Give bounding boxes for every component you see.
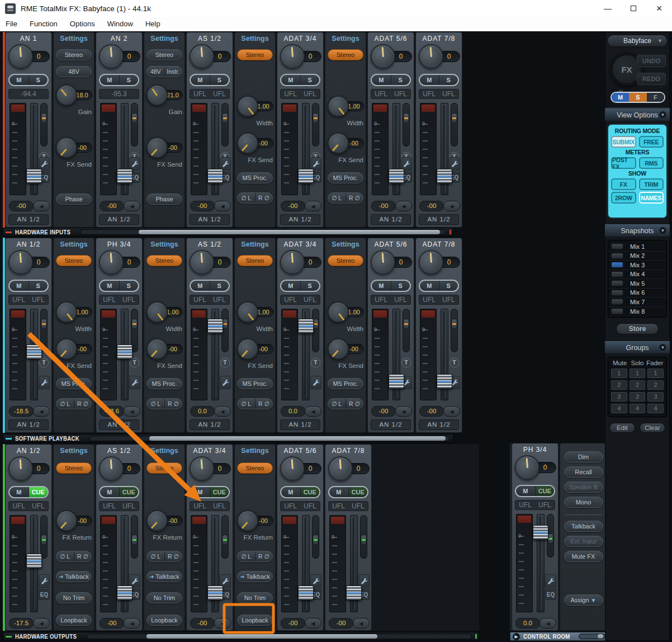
menu-item-help[interactable]: Help — [145, 20, 160, 28]
collapse-button[interactable]: ◀ — [540, 618, 556, 629]
48v-button[interactable]: 48V — [147, 67, 165, 77]
l-button[interactable]: ∅ L — [328, 399, 346, 409]
fx-send-knob[interactable] — [146, 338, 168, 360]
trim-button[interactable]: T — [449, 358, 459, 367]
volume-knob[interactable] — [8, 44, 33, 69]
pan-slider[interactable] — [40, 103, 48, 147]
redo-button[interactable]: REDO — [637, 73, 666, 85]
ms-proc-button[interactable]: MS Proc. — [237, 172, 273, 183]
collapse-button[interactable]: ◀ — [214, 201, 231, 211]
cue-button[interactable]: CUE — [210, 487, 229, 497]
volume-knob[interactable] — [419, 250, 443, 275]
trim-button[interactable]: T — [130, 358, 139, 367]
row-scrollbar-thumb[interactable] — [146, 634, 377, 639]
post-fx-toggle[interactable]: POST FX — [611, 157, 636, 169]
maximize-button[interactable] — [621, 0, 646, 17]
fx-send-knob[interactable] — [237, 338, 258, 360]
group-mute-2[interactable]: 2 — [611, 380, 627, 390]
fader-handle[interactable] — [26, 169, 42, 183]
snapshot-row[interactable]: Mix 1 — [608, 242, 666, 252]
snapshot-indicator[interactable] — [611, 308, 623, 314]
volume-knob[interactable] — [190, 456, 214, 481]
stereo-button[interactable]: Stereo — [237, 49, 273, 60]
pan-handle[interactable] — [41, 113, 47, 123]
no-trim-button[interactable]: No Trim — [56, 592, 92, 603]
2row-toggle[interactable]: 2ROW — [611, 192, 636, 204]
collapse-button[interactable]: ◀ — [305, 201, 321, 211]
fader-handle[interactable] — [533, 525, 548, 540]
r-button[interactable]: R ∅ — [74, 551, 92, 561]
group-solo-2[interactable]: 2 — [630, 380, 646, 390]
volume-knob[interactable] — [328, 456, 353, 481]
snapshot-indicator[interactable] — [611, 299, 623, 305]
width-knob[interactable] — [56, 301, 77, 323]
global-s-button[interactable]: S — [629, 93, 646, 102]
mute-button[interactable]: M — [329, 487, 349, 497]
stereo-button[interactable]: Stereo — [146, 462, 182, 474]
fx-send-knob[interactable] — [146, 137, 168, 158]
fx-return-knob[interactable] — [146, 510, 168, 531]
width-knob[interactable] — [237, 96, 258, 117]
width-knob[interactable] — [328, 301, 349, 323]
fx-send-knob[interactable] — [328, 133, 349, 154]
volume-knob[interactable] — [8, 250, 33, 275]
width-knob[interactable] — [146, 301, 168, 323]
rms-toggle[interactable]: RMS — [639, 157, 664, 169]
r-button[interactable]: R ∅ — [255, 399, 273, 409]
fx-send-knob[interactable] — [328, 338, 349, 360]
trim-button[interactable]: T — [39, 358, 49, 367]
names-toggle[interactable]: NAMES — [639, 192, 664, 204]
mute-button[interactable]: M — [100, 487, 120, 497]
trim-button[interactable]: T — [401, 358, 411, 367]
group-solo-1[interactable]: 1 — [630, 369, 646, 378]
ms-proc-button[interactable]: MS Proc. — [328, 378, 363, 389]
l-button[interactable]: ∅ L — [147, 551, 165, 561]
r-button[interactable]: R ∅ — [346, 193, 363, 203]
talkback-button[interactable]: Talkback — [564, 521, 603, 532]
menu-item-file[interactable]: File — [6, 20, 17, 28]
ms-proc-button[interactable]: MS Proc. — [146, 378, 182, 389]
trim-button[interactable]: T — [220, 358, 230, 367]
collapse-button[interactable]: ◀ — [443, 201, 460, 211]
menu-item-window[interactable]: Window — [107, 20, 133, 28]
eq-indicator[interactable]: EQ — [545, 589, 556, 600]
pan-handle[interactable] — [222, 113, 228, 123]
pan-handle[interactable] — [131, 319, 138, 329]
settings-wrench-button[interactable] — [39, 574, 50, 588]
pan-handle[interactable] — [41, 319, 47, 329]
fader-handle[interactable] — [389, 169, 404, 183]
snapshot-row[interactable]: Mix 6 — [608, 289, 666, 298]
l-button[interactable]: ∅ L — [328, 193, 346, 203]
loopback-button[interactable]: Loopback — [56, 615, 92, 626]
fx-send-knob[interactable] — [237, 133, 258, 154]
solo-button[interactable]: S — [210, 75, 229, 85]
mute-button[interactable]: M — [10, 75, 29, 85]
collapse-button[interactable]: ◀ — [124, 618, 140, 629]
solo-button[interactable]: S — [439, 281, 458, 291]
solo-button[interactable]: S — [210, 281, 229, 291]
r-button[interactable]: R ∅ — [165, 551, 182, 561]
menu-item-function[interactable]: Function — [30, 20, 58, 28]
pan-slider[interactable] — [221, 103, 229, 147]
pan-slider[interactable] — [131, 515, 138, 559]
solo-button[interactable]: S — [439, 75, 458, 85]
volume-knob[interactable] — [190, 250, 214, 275]
collapse-button[interactable]: ◀ — [124, 201, 140, 211]
gain-knob[interactable] — [56, 84, 77, 106]
cue-button[interactable]: CUE — [536, 486, 555, 496]
global-f-button[interactable]: F — [647, 93, 664, 102]
global-m-button[interactable]: M — [612, 93, 629, 102]
minimize-button[interactable]: — — [595, 0, 621, 17]
mute-button[interactable]: M — [191, 487, 210, 497]
fx-return-knob[interactable] — [237, 510, 258, 531]
stereo-button[interactable]: Stereo — [56, 49, 92, 60]
stereo-button[interactable]: Stereo — [56, 255, 92, 266]
phase-button[interactable]: Phase — [56, 193, 92, 205]
settings-wrench-button[interactable] — [545, 574, 556, 588]
fader-handle[interactable] — [298, 586, 314, 600]
fx-send-knob[interactable] — [56, 137, 77, 158]
pan-handle[interactable] — [451, 319, 457, 329]
pan-slider[interactable] — [403, 103, 410, 147]
collapse-button[interactable]: ◀ — [395, 201, 412, 211]
undo-button[interactable]: UNDO — [637, 55, 666, 67]
